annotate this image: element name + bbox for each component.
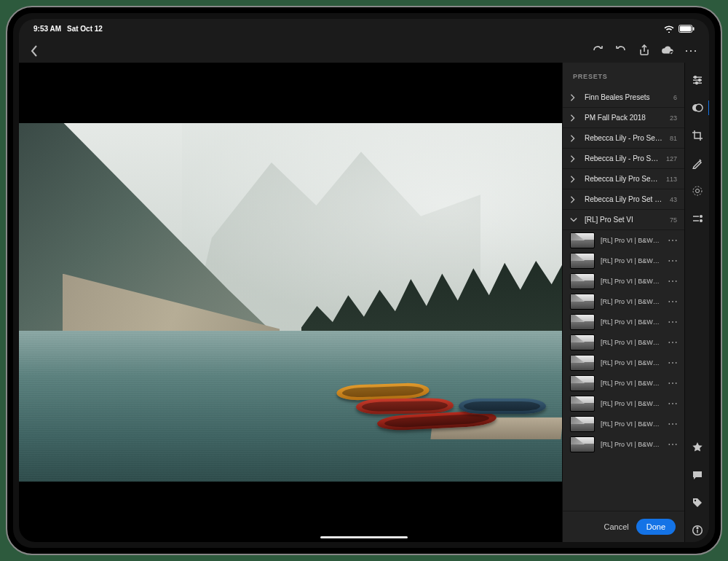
presets-panel: PRESETS Finn Beales Presets 6 PM Fall Pa… [562, 63, 684, 542]
preset-label: [RL] Pro VI | B&W | Arctic III [601, 278, 660, 285]
more-icon[interactable]: ⋯ [666, 418, 680, 430]
cancel-button[interactable]: Cancel [604, 522, 628, 531]
chevron-right-icon [570, 135, 577, 142]
preset-label: [RL] Pro VI | B&W | Fog I [601, 359, 660, 366]
group-label: [RL] Pro Set VI [585, 216, 662, 224]
group-count: 6 [673, 94, 677, 101]
preset-thumb [570, 314, 595, 330]
sliders-icon[interactable] [685, 68, 710, 92]
edit-toolstrip [684, 63, 709, 542]
status-date: Sat Oct 12 [67, 25, 103, 33]
group-label: Rebecca Lily - Pro Set III [585, 134, 662, 142]
more-icon[interactable]: ⋯ [666, 337, 680, 348]
preset-thumb [570, 232, 595, 248]
preset-group[interactable]: Rebecca Lily Pro Set V Tools 43 [563, 189, 684, 210]
group-count: 81 [670, 135, 677, 142]
preset-thumb [570, 436, 595, 452]
share-icon[interactable] [638, 44, 651, 57]
more-icon[interactable]: ⋯ [666, 296, 680, 307]
wifi-icon [664, 25, 674, 33]
status-bar: 9:53 AM Sat Oct 12 [19, 19, 709, 38]
preset-item[interactable]: [RL] Pro VI | B&W | Fog II ⋯ [563, 373, 684, 393]
preset-group[interactable]: Rebecca Lily - Pro Set IV 127 [563, 149, 684, 169]
chevron-right-icon [570, 94, 577, 101]
chevron-right-icon [570, 176, 577, 183]
info-icon[interactable] [685, 519, 710, 542]
preset-label: [RL] Pro VI | B&W | Casabl… [601, 339, 660, 346]
group-count: 75 [670, 216, 677, 224]
preset-thumb [570, 355, 595, 371]
redo-icon[interactable] [591, 44, 604, 57]
preset-item[interactable]: [RL] Pro VI | B&W | Casabl… ⋯ [563, 332, 684, 353]
more-icon[interactable]: ⋯ [666, 275, 680, 287]
more-icon[interactable]: ⋯ [666, 357, 680, 369]
chevron-down-icon [570, 216, 577, 224]
preset-group[interactable]: Rebecca Lily Pro Set V 113 [563, 169, 684, 189]
preset-item[interactable]: [RL] Pro VI | B&W | Arctic III ⋯ [563, 271, 684, 291]
svg-point-13 [695, 189, 699, 193]
chevron-right-icon [570, 155, 577, 162]
preset-item[interactable]: [RL] Pro VI | B&W | Fog III ⋯ [563, 393, 684, 414]
back-button[interactable] [31, 45, 41, 55]
preset-group[interactable]: Rebecca Lily - Pro Set III 81 [563, 128, 684, 149]
photo-canvas[interactable] [19, 63, 562, 542]
svg-rect-2 [693, 27, 695, 31]
group-count: 113 [666, 176, 677, 183]
svg-point-16 [700, 216, 702, 218]
tag-icon[interactable] [685, 491, 710, 514]
preset-thumb [570, 375, 595, 391]
panel-title: PRESETS [563, 63, 684, 87]
cloud-sync-icon[interactable] [661, 44, 674, 57]
preset-label: [RL] Pro VI | B&W | Casabl… [601, 298, 660, 305]
battery-icon [678, 25, 695, 33]
crop-icon[interactable] [685, 124, 710, 147]
undo-icon[interactable] [614, 44, 628, 57]
presets-tool-icon[interactable] [685, 96, 710, 119]
comments-icon[interactable] [685, 463, 710, 487]
overflow-menu-icon[interactable]: ⋯ [684, 44, 697, 57]
preset-group[interactable]: Finn Beales Presets 6 [563, 87, 684, 108]
preset-thumb [570, 416, 595, 432]
group-label: Rebecca Lily - Pro Set IV [585, 154, 659, 162]
preset-item[interactable]: [RL] Pro VI | B&W | Glacier I ⋯ [563, 414, 684, 434]
svg-point-17 [700, 220, 702, 222]
done-button[interactable]: Done [636, 519, 676, 535]
group-label: Finn Beales Presets [585, 93, 666, 101]
preset-label: [RL] Pro VI | B&W | Arctic II [601, 257, 660, 264]
status-time: 9:53 AM [33, 25, 61, 33]
preset-thumb [570, 253, 595, 269]
preset-item[interactable]: [RL] Pro VI | B&W | Fog I ⋯ [563, 353, 684, 373]
more-icon[interactable]: ⋯ [666, 255, 680, 267]
more-icon[interactable]: ⋯ [666, 439, 680, 450]
screen: 9:53 AM Sat Oct 12 [19, 19, 709, 542]
preset-thumb [570, 273, 595, 289]
svg-point-21 [697, 527, 698, 529]
preset-item[interactable]: [RL] Pro VI | B&W | Casabl… ⋯ [563, 312, 684, 332]
star-rating-icon[interactable] [685, 436, 710, 459]
preset-item[interactable]: [RL] Pro VI | B&W | Arctic I ⋯ [563, 230, 684, 251]
more-icon[interactable]: ⋯ [666, 398, 680, 409]
svg-point-9 [695, 82, 697, 85]
preset-item[interactable]: [RL] Pro VI | B&W | Casabl… ⋯ [563, 291, 684, 312]
preset-label: [RL] Pro VI | B&W | Fog II [601, 380, 660, 387]
preset-group-open[interactable]: [RL] Pro Set VI 75 [563, 210, 684, 230]
healing-brush-icon[interactable] [685, 152, 710, 175]
radial-gradient-icon[interactable] [685, 179, 710, 203]
panel-footer: Cancel Done [563, 511, 684, 542]
preset-item[interactable]: [RL] Pro VI | B&W | Glacier II ⋯ [563, 434, 684, 455]
more-icon[interactable]: ⋯ [666, 235, 680, 246]
edited-photo [19, 123, 562, 482]
svg-point-8 [698, 79, 700, 82]
more-icon[interactable]: ⋯ [666, 316, 680, 328]
svg-point-11 [695, 104, 703, 111]
home-indicator[interactable] [320, 536, 408, 538]
content-area: PRESETS Finn Beales Presets 6 PM Fall Pa… [19, 63, 709, 542]
preset-group[interactable]: PM Fall Pack 2018 23 [563, 108, 684, 128]
preset-item[interactable]: [RL] Pro VI | B&W | Arctic II ⋯ [563, 251, 684, 271]
more-icon[interactable]: ⋯ [666, 377, 680, 389]
preset-thumb [570, 396, 595, 412]
selective-edit-icon[interactable] [685, 207, 710, 230]
svg-point-7 [694, 76, 696, 79]
preset-list[interactable]: [RL] Pro VI | B&W | Arctic I ⋯ [RL] Pro … [563, 230, 684, 511]
preset-label: [RL] Pro VI | B&W | Glacier I [601, 420, 660, 428]
